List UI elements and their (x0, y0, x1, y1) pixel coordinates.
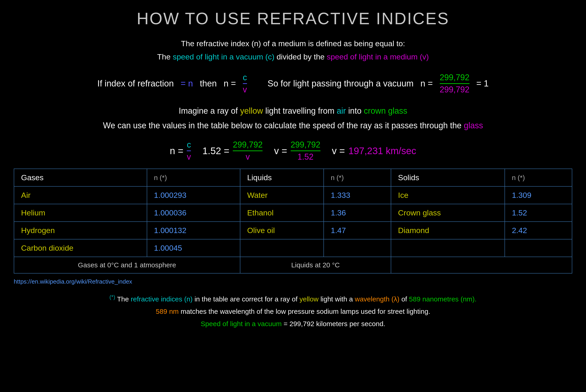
imagine-block: Imagine a ray of yellow light travelling… (14, 104, 572, 133)
calc-fraction-1: c v (187, 140, 191, 162)
col-solids-n-header: n (*) (505, 169, 572, 186)
imagine-line2: We can use the values in the table below… (14, 118, 572, 133)
table-header-row: Gases n (*) Liquids n (*) Solids n (*) (14, 169, 572, 186)
then-label: then (200, 79, 217, 88)
liquid-name: Ethanol (240, 204, 324, 222)
col-solids-header: Solids (391, 169, 505, 186)
solid-n: 1.52 (505, 204, 572, 222)
liquid-name: Water (240, 186, 324, 204)
wiki-link[interactable]: https://en.wikipedia.org/wiki/Refractive… (14, 278, 572, 285)
table-footer-row: Gases at 0°C and 1 atmosphere Liquids at… (14, 257, 572, 273)
calc-row: n = c v 1.52 = 299,792 v v = 299,792 1.5… (14, 140, 572, 162)
vacuum-denominator: 299,792 (440, 84, 469, 94)
gas-n: 1.000293 (147, 186, 240, 204)
subtitle-block: The refractive index (n) of a medium is … (14, 37, 572, 64)
table-row: Carbon dioxide 1.00045 (14, 239, 572, 257)
page-title: HOW TO USE REFRACTIVE INDICES (14, 9, 572, 28)
footnote-line2: 589 nm matches the wavelength of the low… (14, 305, 572, 318)
liquid-n: 1.36 (324, 204, 391, 222)
n-eq-label: n = (224, 79, 236, 88)
solid-name: Ice (391, 186, 505, 204)
calc-v: v (187, 151, 191, 162)
calc-block-1: n = c v (170, 140, 191, 162)
table-row: Helium 1.000036 Ethanol 1.36 Crown glass… (14, 204, 572, 222)
calc-num2: 299,792 (233, 140, 262, 151)
solid-n (505, 239, 572, 257)
calc-den3: 1.52 (298, 151, 314, 162)
c-numerator: c (243, 73, 247, 84)
so-label: So for light passing through a vacuum (267, 79, 414, 88)
table-row: Air 1.000293 Water 1.333 Ice 1.309 (14, 186, 572, 204)
liquid-name (240, 239, 324, 257)
col-gases-header: Gases (14, 169, 147, 186)
calc-result: 197,231 km/sec (348, 146, 416, 156)
calc-num3: 299,792 (291, 140, 321, 151)
footer-liquids: Liquids at 20 °C (240, 257, 391, 273)
calc-block-4: v = 197,231 km/sec (332, 146, 416, 156)
vacuum-numerator: 299,792 (440, 73, 469, 84)
gas-name: Hydrogen (14, 222, 147, 239)
calc-veq: v = (274, 146, 287, 156)
calc-fraction-2: 299,792 v (233, 140, 262, 162)
calc-c: c (187, 140, 191, 151)
if-label: If index of refraction (97, 79, 174, 88)
liquid-n (324, 239, 391, 257)
col-gases-n-header: n (*) (147, 169, 240, 186)
gas-n: 1.00045 (147, 239, 240, 257)
subtitle-line1: The refractive index (n) of a medium is … (14, 37, 572, 50)
calc-den2: v (246, 151, 250, 162)
v-denominator: v (243, 84, 247, 94)
calc-fraction-3: 299,792 1.52 (291, 140, 321, 162)
imagine-line1: Imagine a ray of yellow light travelling… (14, 104, 572, 118)
gas-n: 1.000036 (147, 204, 240, 222)
footer-solids (391, 257, 572, 273)
gas-name: Carbon dioxide (14, 239, 147, 257)
liquid-name: Olive oil (240, 222, 324, 239)
eq1-label: = 1 (476, 79, 489, 88)
footnote-block: (*) The refractive indices (n) in the ta… (14, 292, 572, 330)
liquid-n: 1.333 (324, 186, 391, 204)
col-liquids-n-header: n (*) (324, 169, 391, 186)
solid-n: 2.42 (505, 222, 572, 239)
col-liquids-header: Liquids (240, 169, 324, 186)
liquid-n: 1.47 (324, 222, 391, 239)
solid-name: Diamond (391, 222, 505, 239)
calc-v2eq: v = (332, 146, 345, 156)
footer-gases: Gases at 0°C and 1 atmosphere (14, 257, 240, 273)
refractive-index-table: Gases n (*) Liquids n (*) Solids n (*) A… (14, 168, 572, 274)
calc-block-2: 1.52 = 299,792 v (202, 140, 262, 162)
calc-152-eq: 1.52 = (202, 146, 229, 156)
footnote-line1: (*) The refractive indices (n) in the ta… (14, 292, 572, 305)
calc-n-eq: n = (170, 146, 184, 156)
table-row: Hydrogen 1.000132 Olive oil 1.47 Diamond… (14, 222, 572, 239)
gas-name: Helium (14, 204, 147, 222)
formula-row-1: If index of refraction = n then n = c v … (14, 73, 572, 94)
fraction-c-over-v: c v (243, 73, 247, 94)
gas-n: 1.000132 (147, 222, 240, 239)
solid-n: 1.309 (505, 186, 572, 204)
gas-name: Air (14, 186, 147, 204)
calc-block-3: v = 299,792 1.52 (274, 140, 320, 162)
solid-name (391, 239, 505, 257)
subtitle-line2: The speed of light in a vacuum (c) divid… (14, 50, 572, 64)
footnote-line3: Speed of light in a vacuum = 299,792 kil… (14, 318, 572, 330)
n-eq2-label: n = (421, 79, 433, 88)
eq-n: = n (181, 79, 193, 88)
solid-name: Crown glass (391, 204, 505, 222)
fraction-vacuum: 299,792 299,792 (440, 73, 469, 94)
